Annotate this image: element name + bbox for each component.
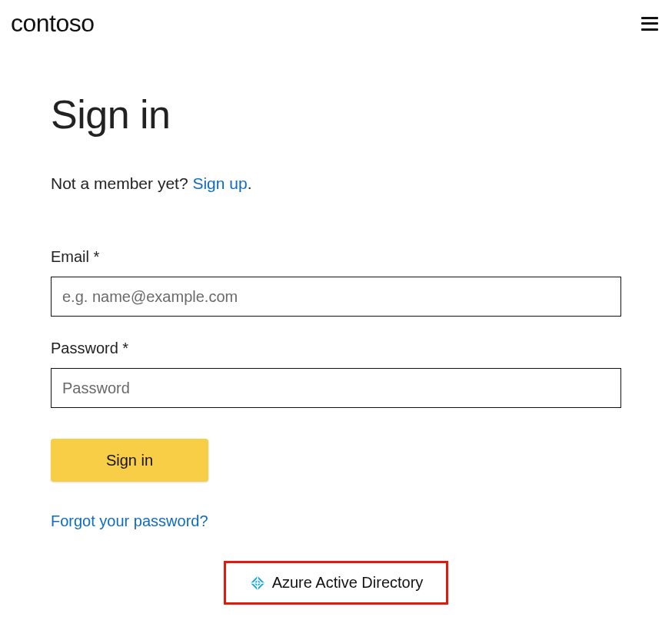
azure-icon — [249, 575, 266, 592]
not-member-text: Not a member yet? — [51, 174, 192, 192]
email-field[interactable] — [51, 277, 621, 317]
azure-ad-button[interactable]: Azure Active Directory — [224, 561, 449, 605]
menu-icon[interactable] — [641, 17, 658, 31]
signup-link[interactable]: Sign up — [192, 174, 247, 192]
azure-ad-label: Azure Active Directory — [272, 574, 424, 592]
header: contoso — [0, 0, 672, 38]
logo: contoso — [11, 9, 95, 38]
sso-section: Azure Active Directory — [51, 561, 621, 605]
password-label: Password * — [51, 340, 621, 357]
signup-prompt: Not a member yet? Sign up. — [51, 174, 621, 193]
password-field[interactable] — [51, 368, 621, 408]
email-label: Email * — [51, 248, 621, 266]
forgot-password-link[interactable]: Forgot your password? — [51, 512, 208, 530]
signin-container: Sign in Not a member yet? Sign up. Email… — [0, 38, 672, 605]
signin-button[interactable]: Sign in — [51, 439, 208, 482]
not-member-suffix: . — [248, 174, 252, 192]
page-title: Sign in — [51, 91, 621, 138]
